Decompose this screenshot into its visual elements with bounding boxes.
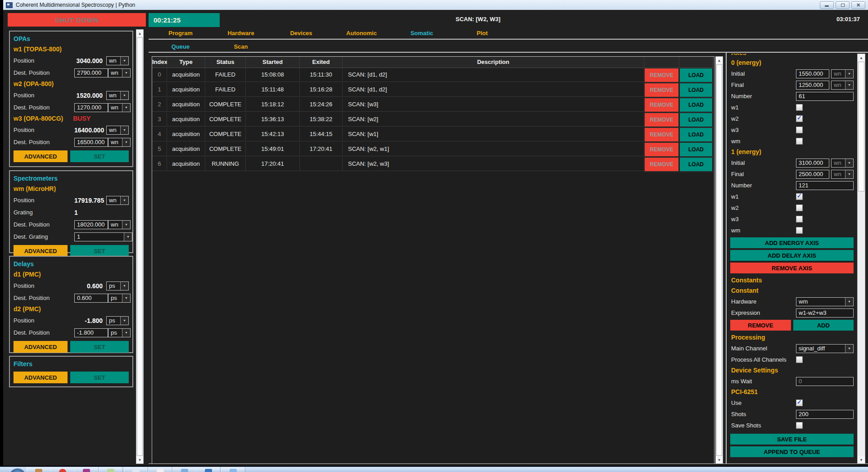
scroll-up-arrow-icon[interactable]: ▲ [858,54,865,61]
taskbar-app-button[interactable] [221,467,245,472]
axis0-w1-checkbox[interactable] [796,104,803,111]
load-button[interactable]: LOAD [680,98,712,112]
axis1-wm-checkbox[interactable] [796,227,803,234]
opa-w1-position-units-dropdown[interactable]: wn [106,56,129,65]
constant-add-button[interactable]: ADD [793,320,854,331]
wm-position-units-dropdown[interactable]: wn [106,196,129,205]
scroll-down-arrow-icon[interactable]: ▼ [716,456,723,463]
dropdown-arrow-icon[interactable] [122,69,130,77]
tab-hardware[interactable]: Hardware [211,28,271,39]
axis1-w3-checkbox[interactable] [796,216,803,222]
filters-set-button[interactable]: SET [70,372,129,383]
dropdown-arrow-icon[interactable] [122,104,130,112]
taskbar-app-button[interactable] [124,467,148,472]
delays-advanced-button[interactable]: ADVANCED [14,341,68,353]
dropdown-arrow-icon[interactable] [845,159,853,167]
tab-somatic[interactable]: Somatic [392,28,452,39]
dropdown-arrow-icon[interactable] [122,294,130,302]
axis1-initial-input[interactable] [796,159,829,168]
wm-dest-units-dropdown[interactable]: wn [108,220,131,229]
dropdown-arrow-icon[interactable] [120,317,128,325]
dropdown-arrow-icon[interactable] [845,298,853,306]
dropdown-arrow-icon[interactable] [124,233,132,241]
d2-position-units-dropdown[interactable]: ps [106,316,129,325]
opa-w2-position-units-dropdown[interactable]: wn [106,91,129,100]
tab-scan[interactable]: Scan [211,41,271,52]
delays-set-button[interactable]: SET [70,341,129,353]
load-button[interactable]: LOAD [680,158,712,171]
axis1-w1-checkbox[interactable] [796,193,803,200]
constant-hardware-dropdown[interactable]: wm [796,297,854,306]
main-channel-dropdown[interactable]: signal_diff [796,344,854,353]
taskbar-app-button[interactable] [74,467,99,472]
axis1-number-input[interactable] [796,181,854,190]
remove-button[interactable]: REMOVE [645,128,678,141]
shutdown-button[interactable]: SHUT DOWN [8,13,146,27]
dropdown-arrow-icon[interactable] [120,282,128,290]
tab-devices[interactable]: Devices [271,28,331,39]
taskbar-app-button[interactable] [196,467,221,472]
opa-w2-dest-input[interactable] [74,103,108,112]
dropdown-arrow-icon[interactable] [845,345,853,353]
axis0-final-input[interactable] [796,81,829,90]
axis1-initial-units-dropdown[interactable]: wn [831,159,854,168]
scroll-up-arrow-icon[interactable]: ▲ [136,30,143,37]
axis0-w2-checkbox[interactable] [796,115,803,122]
save-file-button[interactable]: SAVE FILE [730,434,854,445]
dropdown-arrow-icon[interactable] [122,138,130,146]
wm-dest-position-input[interactable] [74,220,108,229]
opas-advanced-button[interactable]: ADVANCED [14,150,68,162]
scrollbar-thumb[interactable] [137,37,143,456]
opa-w2-dest-units-dropdown[interactable]: wn [108,103,131,112]
d1-position-units-dropdown[interactable]: ps [106,281,129,290]
restore-button[interactable] [836,1,850,9]
scroll-down-arrow-icon[interactable]: ▼ [858,456,865,463]
left-panel-scrollbar[interactable]: ▲ ▼ [136,29,144,464]
dropdown-arrow-icon[interactable] [845,170,853,178]
scroll-up-arrow-icon[interactable]: ▲ [716,57,723,64]
add-energy-axis-button[interactable]: ADD ENERGY AXIS [730,237,854,248]
axis1-w2-checkbox[interactable] [796,204,803,211]
add-delay-axis-button[interactable]: ADD DELAY AXIS [730,250,854,261]
d1-dest-input[interactable] [74,294,108,303]
scan-panel-scrollbar[interactable]: ▲ ▼ [857,54,865,464]
opa-w1-dest-units-dropdown[interactable]: wn [108,68,131,77]
tab-autonomic[interactable]: Autonomic [331,28,392,39]
save-shots-checkbox[interactable] [796,422,803,429]
dropdown-arrow-icon[interactable] [120,57,128,65]
start-button[interactable] [9,468,26,472]
use-checkbox[interactable] [796,399,803,406]
tab-program[interactable]: Program [150,28,211,39]
axis1-final-input[interactable] [796,170,829,179]
opa-w3-dest-input[interactable] [74,138,108,147]
scrollbar-thumb[interactable] [858,62,864,191]
spectrometers-set-button[interactable]: SET [70,245,129,257]
remove-axis-button[interactable]: REMOVE AXIS [730,263,854,273]
dropdown-arrow-icon[interactable] [122,329,130,337]
scrollbar-thumb[interactable] [716,64,722,456]
dropdown-arrow-icon[interactable] [845,70,853,78]
ms-wait-input[interactable] [796,377,854,386]
queue-scrollbar[interactable]: ▲ ▼ [715,56,723,464]
d1-dest-units-dropdown[interactable]: ps [108,294,131,303]
remove-button[interactable]: REMOVE [645,68,678,82]
axis0-w3-checkbox[interactable] [796,127,803,133]
opas-set-button[interactable]: SET [70,150,129,162]
constant-expression-input[interactable] [796,309,854,318]
process-all-channels-checkbox[interactable] [796,356,803,363]
axis1-final-units-dropdown[interactable]: wn [831,170,854,179]
dropdown-arrow-icon[interactable] [120,126,128,134]
load-button[interactable]: LOAD [680,113,712,127]
axis0-initial-units-dropdown[interactable]: wn [831,69,854,78]
tab-queue[interactable]: Queue [150,41,211,52]
append-to-queue-button[interactable]: APPEND TO QUEUE [730,446,854,457]
axis0-wm-checkbox[interactable] [796,138,803,145]
minimize-button[interactable] [820,1,834,9]
remove-button[interactable]: REMOVE [645,143,678,156]
opa-w3-dest-units-dropdown[interactable]: wn [108,138,131,147]
axis0-final-units-dropdown[interactable]: wn [831,81,854,90]
remove-button[interactable]: REMOVE [645,158,678,171]
filters-advanced-button[interactable]: ADVANCED [14,372,68,383]
d2-dest-input[interactable] [74,328,108,337]
taskbar-app-button[interactable] [148,467,172,472]
